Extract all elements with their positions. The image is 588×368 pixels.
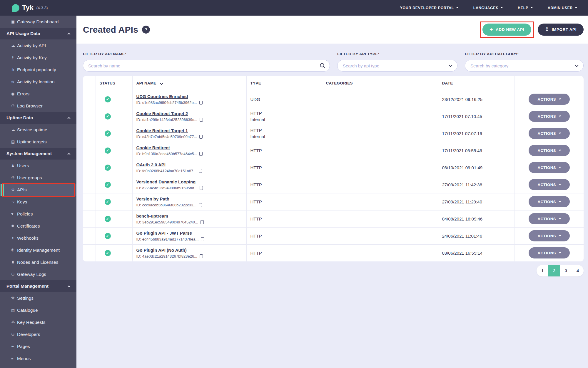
sidebar-item-identity-management[interactable]: ✆Identity Management — [0, 244, 76, 256]
api-name-link[interactable]: Cookie Redirect — [136, 145, 170, 150]
sidebar-item-nodes-and-licenses[interactable]: ♜Nodes and Licenses — [0, 256, 76, 268]
actions-button-label: ACTIONS — [537, 251, 556, 255]
list-icon: ▤ — [11, 140, 17, 144]
row-status-cell: ✓ — [96, 193, 132, 210]
actions-button[interactable]: ACTIONS — [529, 230, 570, 241]
sidebar-item-users[interactable]: ♟Users — [0, 160, 76, 172]
sidebar-item-user-groups[interactable]: ⚇User groups — [0, 172, 76, 184]
help-icon[interactable]: ? — [142, 26, 150, 34]
sidebar-item-activity-by-key[interactable]: ⚷Activity by Key — [0, 52, 76, 64]
sidebar-item-menus[interactable]: ≡Menus — [0, 352, 76, 364]
api-name-link[interactable]: Cookie Redirect Target 1 — [136, 128, 188, 133]
api-name-column-header[interactable]: API NAME — [132, 76, 246, 91]
copy-icon[interactable] — [199, 203, 202, 207]
search-icon[interactable] — [320, 63, 325, 69]
add-new-api-button[interactable]: + ADD NEW API — [482, 24, 531, 36]
actions-button[interactable]: ACTIONS — [529, 94, 570, 105]
add-new-api-annotation-wrap: + ADD NEW API — [482, 24, 531, 36]
page-button-2[interactable]: 2 — [548, 265, 560, 276]
actions-button[interactable]: ACTIONS — [529, 247, 570, 258]
copy-icon[interactable] — [201, 220, 204, 224]
api-category-select[interactable]: Search by category — [465, 60, 584, 72]
sidebar-section-uptime-data[interactable]: Uptime Data — [0, 112, 76, 124]
sidebar-item-webhooks[interactable]: ✦Webhooks — [0, 232, 76, 244]
import-api-button[interactable]: ↥ IMPORT API — [538, 24, 584, 36]
api-name-link[interactable]: Versioned Dynamic Looping — [136, 179, 196, 184]
copy-icon[interactable] — [199, 152, 203, 156]
api-name-link[interactable]: Version by Path — [136, 196, 170, 201]
topnav-menu-help[interactable]: HELP — [518, 6, 532, 10]
sidebar-item-label: Users — [17, 163, 29, 168]
chevron-down-icon — [501, 6, 503, 8]
actions-button-label: ACTIONS — [537, 165, 556, 170]
sidebar-item-service-uptime[interactable]: ☁Service uptime — [0, 124, 76, 136]
sidebar-item-gateway-dashboard[interactable]: ▣Gateway Dashboard — [0, 16, 76, 28]
sidebar-section-portal-management[interactable]: Portal Management — [0, 280, 76, 292]
sidebar-item-endpoint-popularity[interactable]: ⋔Endpoint popularity — [0, 64, 76, 76]
copy-icon[interactable] — [199, 169, 202, 173]
sidebar-item-gateway-logs[interactable]: ⚆Gateway Logs — [0, 268, 76, 280]
page-button-4[interactable]: 4 — [572, 265, 584, 276]
api-name-link[interactable]: Cookie Redirect Target 2 — [136, 111, 188, 116]
api-id-line: ID: da1a299e14234af252896639c... — [136, 117, 243, 122]
row-status-cell: ✓ — [96, 159, 132, 176]
sidebar-section-label: System Management — [6, 151, 52, 156]
api-name-link[interactable]: Go Plugin API (No Auth) — [136, 248, 187, 253]
sidebar-item-catalogue[interactable]: ▤Catalogue — [0, 304, 76, 316]
sidebar-section-label: Uptime Data — [6, 115, 33, 120]
actions-button[interactable]: ACTIONS — [529, 128, 570, 139]
actions-button[interactable]: ACTIONS — [529, 213, 570, 224]
actions-button[interactable]: ACTIONS — [529, 111, 570, 122]
sidebar-section-api-usage-data[interactable]: API Usage Data — [0, 28, 76, 39]
actions-button[interactable]: ACTIONS — [529, 179, 570, 190]
actions-button[interactable]: ACTIONS — [529, 196, 570, 207]
sidebar-item-certificates[interactable]: ✺Certificates — [0, 220, 76, 232]
copy-icon[interactable] — [199, 101, 203, 105]
page-button-1[interactable]: 1 — [537, 265, 548, 276]
api-id-line: ID: c42b7e7abf5c4e59709e09b77... — [136, 135, 243, 139]
copy-icon[interactable] — [199, 135, 203, 139]
api-type-line: HTTP — [250, 182, 322, 188]
topnav-menu-your-developer-portal[interactable]: YOUR DEVELOPER PORTAL — [400, 6, 458, 10]
sidebar-item-pages[interactable]: ❧Pages — [0, 340, 76, 352]
copy-icon[interactable] — [200, 118, 203, 122]
row-date-cell: 06/10/2021 09:01:49 — [438, 159, 514, 176]
filter-type-label: FILTER BY API TYPE: — [337, 52, 457, 56]
people-icon: ⚇ — [11, 332, 17, 336]
sidebar-item-activity-by-location[interactable]: ⊕Activity by location — [0, 76, 76, 88]
actions-button[interactable]: ACTIONS — [529, 145, 570, 156]
copy-icon[interactable] — [200, 186, 203, 190]
sidebar-item-errors[interactable]: ◉Errors — [0, 88, 76, 100]
sidebar-item-keys[interactable]: ⌥Keys — [0, 196, 76, 208]
search-by-name-input[interactable] — [83, 60, 330, 72]
sidebar-item-key-requests[interactable]: ⁂Key Requests — [0, 316, 76, 328]
actions-button[interactable]: ACTIONS — [529, 162, 570, 173]
sidebar-item-uptime-targets[interactable]: ▤Uptime targets — [0, 136, 76, 148]
row-actions-cell: ACTIONS — [514, 142, 584, 159]
sidebar-section-system-management[interactable]: System Management — [0, 148, 76, 160]
api-name-link[interactable]: UDG Countries Enriched — [136, 94, 188, 99]
page-button-3[interactable]: 3 — [560, 265, 572, 276]
sidebar-item-apis[interactable]: ⚙APIs — [0, 184, 76, 196]
sidebar-item-log-browser[interactable]: ⚆Log Browser — [0, 100, 76, 112]
sidebar-item-developers[interactable]: ⚇Developers — [0, 328, 76, 340]
api-name-link[interactable]: bench-uptream — [136, 213, 168, 218]
sidebar-item-settings[interactable]: ⚒Settings — [0, 292, 76, 304]
api-name-link[interactable]: OAuth 2.0 API — [136, 162, 166, 167]
topnav-menu-languages[interactable]: LANGUAGES — [473, 6, 502, 10]
sidebar-item-policies[interactable]: ♥Policies — [0, 208, 76, 220]
api-type-select[interactable]: Search by api type — [337, 60, 457, 72]
copy-icon[interactable] — [201, 237, 204, 241]
sidebar-item-label: Log Browser — [17, 103, 43, 109]
topnav-menu-admin-user[interactable]: ADMIN USER — [548, 6, 577, 10]
row-categories-cell — [322, 210, 438, 227]
status-active-icon: ✓ — [105, 233, 111, 239]
import-api-label: IMPORT API — [552, 27, 577, 32]
api-type-line: Internal — [250, 133, 322, 140]
copy-icon[interactable] — [200, 254, 203, 258]
api-name-link[interactable]: Go Plugin API - JWT Parse — [136, 231, 192, 236]
tyk-logo[interactable]: Tyk (4.3.3) — [12, 4, 48, 12]
actions-button-label: ACTIONS — [537, 148, 556, 153]
status-active-icon: ✓ — [105, 147, 111, 154]
sidebar-item-activity-by-api[interactable]: ☁Activity by API — [0, 39, 76, 52]
